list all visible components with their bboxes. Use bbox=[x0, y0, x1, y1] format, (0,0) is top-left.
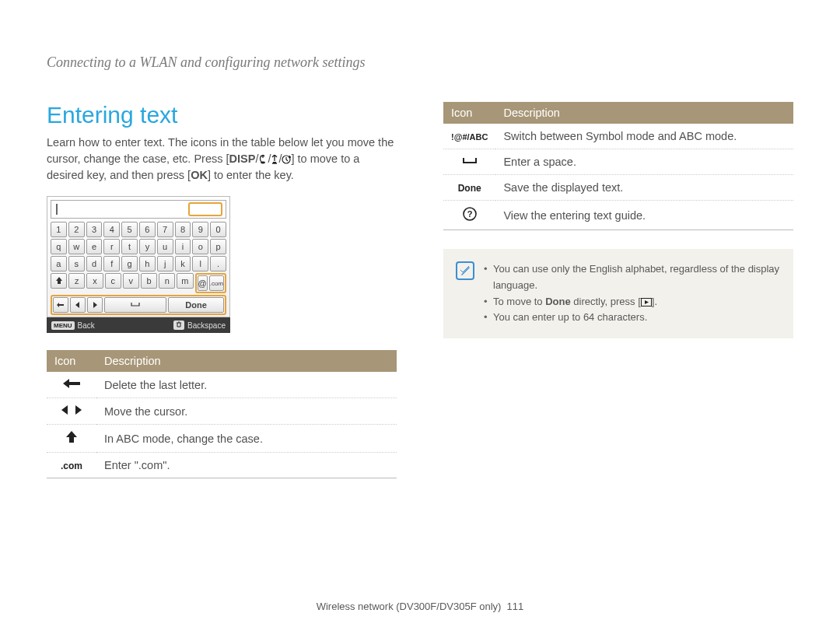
table-cell: Enter ".com". bbox=[96, 453, 397, 478]
table-row: ? View the entering text guide. bbox=[443, 201, 793, 230]
table-cell: Move the cursor. bbox=[96, 398, 397, 425]
section-title: Entering text bbox=[47, 102, 397, 128]
table-row: In ABC mode, change the case. bbox=[47, 425, 397, 453]
keyboard-key: w bbox=[68, 239, 85, 254]
note-item: To move to Done directly, press []. bbox=[484, 294, 781, 310]
delete-icon bbox=[47, 372, 96, 398]
svg-text:?: ? bbox=[467, 209, 472, 219]
keyboard-key: f bbox=[103, 256, 120, 271]
left-column: Entering text Learn how to enter text. T… bbox=[47, 102, 397, 478]
keyboard-bottom-highlight: Done bbox=[51, 295, 226, 315]
keyboard-key: 4 bbox=[103, 222, 120, 237]
table-right-header-icon: Icon bbox=[443, 102, 495, 124]
keyboard-key: 7 bbox=[157, 222, 173, 237]
svg-rect-1 bbox=[273, 162, 276, 163]
keyboard-space-key bbox=[104, 297, 166, 313]
ok-icon: OK bbox=[191, 169, 208, 181]
table-left-header-icon: Icon bbox=[47, 350, 96, 372]
keyboard-key: 2 bbox=[68, 222, 85, 237]
menu-badge-icon: MENU bbox=[51, 321, 75, 330]
note-box: You can use only the English alphabet, r… bbox=[443, 249, 793, 338]
keyboard-key: e bbox=[86, 239, 103, 254]
keyboard-highlight-at-com: @.com bbox=[195, 273, 227, 293]
keyboard-key: b bbox=[141, 273, 157, 289]
table-row: Delete the last letter. bbox=[47, 372, 397, 398]
keyboard-key: a bbox=[51, 256, 67, 271]
keyboard-key: r bbox=[103, 239, 120, 254]
playback-icon bbox=[641, 298, 652, 306]
keyboard-highlight-textfield-end bbox=[188, 202, 222, 216]
done-icon: Done bbox=[443, 175, 495, 201]
keyboard-key: 9 bbox=[192, 222, 208, 237]
table-right-header-desc: Description bbox=[495, 102, 793, 124]
intro-text-3: ] to enter the key. bbox=[208, 169, 294, 181]
keyboard-key: k bbox=[175, 256, 191, 271]
svg-point-0 bbox=[261, 162, 265, 164]
keyboard-key: g bbox=[121, 256, 138, 271]
dotcom-icon: .com bbox=[47, 453, 96, 478]
keyboard-illustration: 1234567890 qwertyuiop asdfghjkl. zxcvbnm… bbox=[47, 196, 230, 333]
table-cell: Delete the last letter. bbox=[96, 372, 397, 398]
table-cell: Save the displayed text. bbox=[495, 175, 793, 201]
keyboard-done-key: Done bbox=[168, 297, 224, 313]
page-footer: Wireless network (DV300F/DV305F only) 11… bbox=[0, 601, 840, 612]
keyboard-key: m bbox=[177, 273, 193, 289]
table-cell: In ABC mode, change the case. bbox=[96, 425, 397, 453]
note-item: You can enter up to 64 characters. bbox=[484, 310, 781, 326]
help-icon: ? bbox=[443, 201, 495, 230]
table-row: !@#/ABC Switch between Symbol mode and A… bbox=[443, 124, 793, 149]
disp-icon: DISP/// bbox=[229, 152, 292, 165]
mode-switch-icon: !@#/ABC bbox=[443, 124, 495, 149]
icon-table-right: Icon Description !@#/ABC Switch between … bbox=[443, 102, 793, 230]
table-cell: View the entering text guide. bbox=[495, 201, 793, 230]
keyboard-key: c bbox=[105, 273, 121, 289]
keyboard-key: z bbox=[68, 273, 85, 289]
keyboard-key: j bbox=[157, 256, 173, 271]
keyboard-key: p bbox=[210, 239, 226, 254]
keyboard-key: s bbox=[68, 256, 85, 271]
intro-paragraph: Learn how to enter text. The icons in th… bbox=[47, 135, 397, 184]
keyboard-key: 3 bbox=[86, 222, 103, 237]
table-row: Move the cursor. bbox=[47, 398, 397, 425]
keyboard-key: v bbox=[123, 273, 139, 289]
right-column: Icon Description !@#/ABC Switch between … bbox=[443, 102, 793, 478]
keyboard-footer: MENU Back Backspace bbox=[47, 317, 230, 333]
table-left-header-desc: Description bbox=[96, 350, 397, 372]
cursor-icon bbox=[47, 398, 96, 425]
keyboard-footer-back: Back bbox=[78, 321, 174, 330]
keyboard-back-arrow-key bbox=[53, 297, 68, 313]
keyboard-key: u bbox=[157, 239, 173, 254]
table-row: .com Enter ".com". bbox=[47, 453, 397, 478]
keyboard-shift-key bbox=[51, 273, 67, 289]
keyboard-key: o bbox=[192, 239, 208, 254]
note-item: You can use only the English alphabet, r… bbox=[484, 261, 781, 294]
keyboard-key: i bbox=[175, 239, 191, 254]
keyboard-key: 5 bbox=[121, 222, 138, 237]
table-cell: Switch between Symbol mode and ABC mode. bbox=[495, 124, 793, 149]
keyboard-key: 0 bbox=[210, 222, 226, 237]
keyboard-key: 1 bbox=[51, 222, 67, 237]
keyboard-key: h bbox=[139, 256, 156, 271]
keyboard-key: l bbox=[192, 256, 208, 271]
note-icon bbox=[456, 261, 474, 280]
keyboard-key: .com bbox=[209, 275, 224, 291]
keyboard-key: q bbox=[51, 239, 67, 254]
keyboard-key: y bbox=[139, 239, 156, 254]
shift-icon bbox=[47, 425, 96, 453]
keyboard-cursor-left-key bbox=[70, 297, 86, 313]
keyboard-key: n bbox=[159, 273, 175, 289]
keyboard-footer-backspace: Backspace bbox=[187, 321, 226, 330]
keyboard-key: @ bbox=[198, 275, 208, 291]
table-row: Done Save the displayed text. bbox=[443, 175, 793, 201]
keyboard-key: 6 bbox=[139, 222, 156, 237]
keyboard-key: d bbox=[86, 256, 103, 271]
table-row: Enter a space. bbox=[443, 149, 793, 175]
breadcrumb: Connecting to a WLAN and configuring net… bbox=[47, 54, 793, 71]
space-icon bbox=[443, 149, 495, 175]
keyboard-cursor-right-key bbox=[87, 297, 103, 313]
table-cell: Enter a space. bbox=[495, 149, 793, 175]
keyboard-text-field bbox=[51, 200, 226, 219]
keyboard-key: . bbox=[210, 256, 226, 271]
keyboard-key: 8 bbox=[175, 222, 191, 237]
trash-badge-icon bbox=[173, 321, 184, 330]
